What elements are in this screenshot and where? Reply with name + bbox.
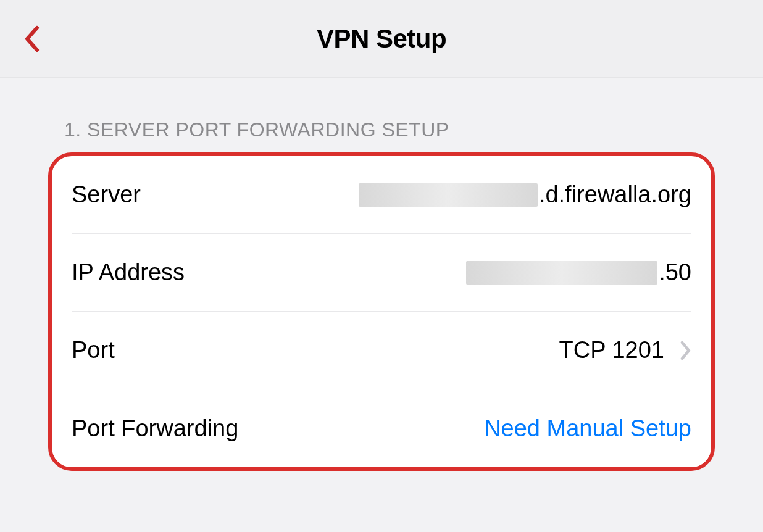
chevron-right-icon <box>680 341 691 360</box>
redacted-content <box>359 183 538 207</box>
redacted-content <box>466 261 657 285</box>
chevron-left-icon <box>23 25 40 52</box>
port-forwarding-row[interactable]: Port Forwarding Need Manual Setup <box>72 389 691 467</box>
ip-address-label: IP Address <box>72 259 185 286</box>
port-value: TCP 1201 <box>559 337 664 364</box>
ip-address-row: IP Address .50 <box>72 234 691 312</box>
server-settings-card: Server .d.firewalla.org IP Address .50 P… <box>48 152 715 471</box>
port-value-container: TCP 1201 <box>559 337 691 364</box>
section-header: 1. SERVER PORT FORWARDING SETUP <box>0 78 763 152</box>
port-label: Port <box>72 337 115 364</box>
server-label: Server <box>72 181 141 208</box>
port-forwarding-label: Port Forwarding <box>72 415 238 442</box>
content-area: 1. SERVER PORT FORWARDING SETUP Server .… <box>0 78 763 471</box>
port-row[interactable]: Port TCP 1201 <box>72 312 691 389</box>
ip-value-suffix: .50 <box>659 259 691 286</box>
server-value-suffix: .d.firewalla.org <box>539 181 691 208</box>
server-row: Server .d.firewalla.org <box>72 156 691 234</box>
back-button[interactable] <box>17 19 46 59</box>
port-forwarding-value[interactable]: Need Manual Setup <box>484 415 691 442</box>
page-title: VPN Setup <box>0 24 763 54</box>
server-value: .d.firewalla.org <box>359 181 691 208</box>
nav-header: VPN Setup <box>0 0 763 78</box>
ip-address-value: .50 <box>466 259 691 286</box>
